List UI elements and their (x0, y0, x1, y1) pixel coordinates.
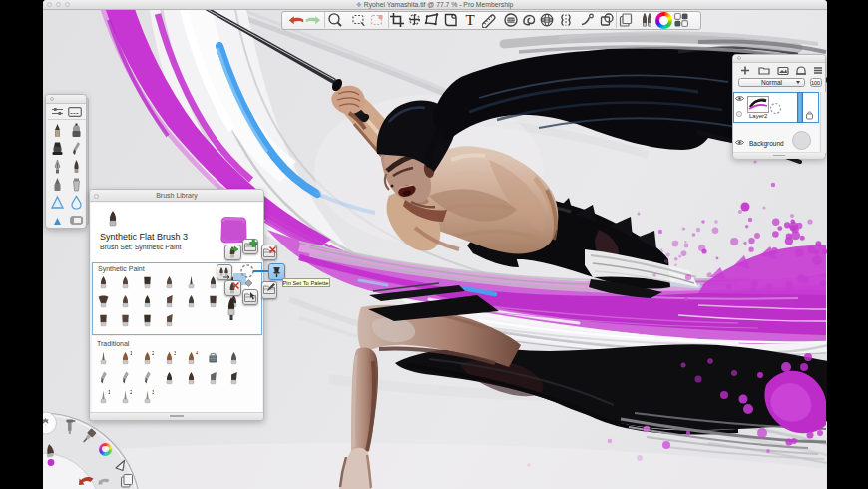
svg-text:1: 1 (108, 390, 110, 395)
svg-text:2: 2 (130, 390, 132, 395)
svg-text:4: 4 (196, 351, 198, 356)
svg-text:3: 3 (174, 351, 176, 356)
svg-text:T: T (465, 12, 474, 28)
svg-text:3: 3 (152, 390, 154, 395)
svg-text:1: 1 (130, 351, 132, 356)
svg-text:2: 2 (152, 351, 154, 356)
